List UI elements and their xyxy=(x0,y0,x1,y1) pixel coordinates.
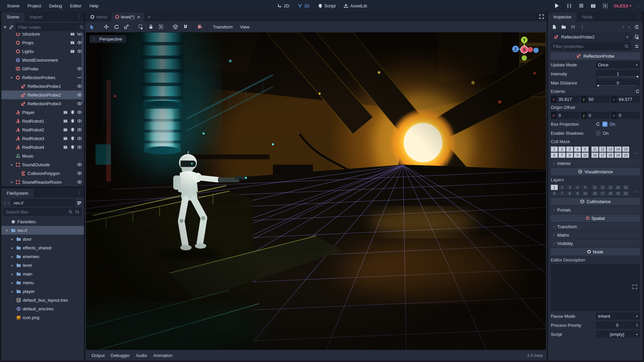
sort-icon[interactable] xyxy=(75,209,79,214)
max-distance-field[interactable]: 0 xyxy=(596,79,640,86)
eye-icon[interactable] xyxy=(77,84,82,88)
file-row[interactable]: icon.png xyxy=(1,313,84,322)
cull-mask-bit[interactable]: 18 xyxy=(607,153,614,158)
section-transform[interactable]: › Transform xyxy=(551,223,640,230)
enable-shadows-checkbox[interactable] xyxy=(596,131,601,136)
editor-description-field[interactable] xyxy=(551,264,640,311)
layer-bit[interactable]: 6 xyxy=(551,191,558,196)
select-mode-button[interactable] xyxy=(87,23,97,31)
file-row[interactable]: ▸ level xyxy=(1,261,84,269)
inspector-tools-button[interactable] xyxy=(633,43,640,50)
eye-icon[interactable] xyxy=(77,127,82,132)
layer-bit[interactable]: 14 xyxy=(614,185,622,190)
cull-mask-bit[interactable]: 17 xyxy=(599,153,606,158)
layers-more-button[interactable]: ... xyxy=(631,188,640,193)
tree-row[interactable]: WorldEnvironment xyxy=(1,56,84,64)
layer-bit[interactable]: 5 xyxy=(582,185,589,190)
dock-options-icon[interactable]: ⋮ xyxy=(636,14,641,19)
pause-mode-select[interactable]: Inherit ▾ xyxy=(596,312,640,320)
transform-menu[interactable]: Transform xyxy=(210,23,236,31)
menubar-item[interactable]: Editor xyxy=(66,2,85,10)
spinner-arrows-icon[interactable]: ▴▾ xyxy=(636,323,638,327)
category-node[interactable]: Node xyxy=(551,248,640,255)
axis-gizmo[interactable]: Y Z X xyxy=(509,35,540,65)
expand-chevron[interactable]: ▸ xyxy=(10,272,14,276)
bottom-panel-tab[interactable]: Animation xyxy=(150,351,175,360)
cull-mask-bit[interactable]: 1 xyxy=(551,146,558,152)
history-button[interactable] xyxy=(633,23,640,30)
menubar-item[interactable]: Debug xyxy=(45,2,65,10)
expand-chevron[interactable]: ▾ xyxy=(5,229,9,232)
eye-icon[interactable] xyxy=(77,101,82,106)
layer-bit[interactable]: 20 xyxy=(622,191,629,196)
resource-options-button[interactable]: ⋮ xyxy=(579,23,586,30)
dock-options-icon[interactable]: ⋮ xyxy=(77,14,82,19)
layer-bit[interactable]: 18 xyxy=(607,191,614,196)
expand-chevron[interactable]: ▸ xyxy=(10,255,14,258)
list-select-button[interactable] xyxy=(136,23,146,31)
cull-mask-bit[interactable]: 8 xyxy=(566,153,573,158)
bottom-panel-tab[interactable]: Debugger xyxy=(108,351,133,360)
file-row[interactable]: ▸ door xyxy=(1,235,84,243)
category-cullinstance[interactable]: CullInstance xyxy=(551,198,640,205)
menubar-item[interactable]: Project xyxy=(24,2,45,10)
local-space-button[interactable] xyxy=(171,23,180,31)
tree-row[interactable]: RedRobot2 xyxy=(1,125,84,134)
menubar-item[interactable]: Scene xyxy=(3,2,23,10)
history-back-icon[interactable]: ‹ xyxy=(3,200,6,205)
section-matrix[interactable]: › Matrix xyxy=(551,231,640,239)
layer-bit[interactable]: 4 xyxy=(574,185,581,190)
cull-mask-bit[interactable]: 12 xyxy=(599,146,606,152)
expand-chevron[interactable]: ▾ xyxy=(9,76,14,79)
view-3d-button[interactable]: 3D xyxy=(294,2,312,10)
dock-options-icon[interactable]: ⋮ xyxy=(77,190,82,195)
tree-row[interactable]: RedRobot3 xyxy=(1,134,84,143)
expand-chevron[interactable]: ▾ xyxy=(9,163,14,167)
eye-icon[interactable] xyxy=(77,110,82,115)
tree-row[interactable]: ReflectionProbe3 xyxy=(1,99,84,108)
expand-chevron[interactable]: ▸ xyxy=(10,246,14,250)
toggle-split-mode-button[interactable] xyxy=(77,199,82,206)
layer-bit[interactable]: 12 xyxy=(599,185,606,190)
close-icon[interactable]: × xyxy=(137,15,140,19)
tab-filesystem[interactable]: FileSystem xyxy=(1,189,34,198)
play-button[interactable] xyxy=(553,2,561,9)
file-row[interactable]: ▸ menu xyxy=(1,278,84,287)
cull-mask-bit[interactable]: 10 xyxy=(582,153,589,158)
expand-chevron[interactable]: ▾ xyxy=(9,180,14,184)
preview-camera-button[interactable] xyxy=(195,23,205,31)
category-visualinstance[interactable]: VisualInstance xyxy=(551,168,640,175)
origin-y-field[interactable]: y0 xyxy=(581,112,610,119)
filter-properties-input[interactable] xyxy=(553,44,622,49)
mask-more-button[interactable]: ... xyxy=(631,150,640,155)
tree-row[interactable]: CollisionPolygon xyxy=(1,169,84,178)
file-row[interactable]: default_env.tres xyxy=(1,304,84,313)
group-node-button[interactable] xyxy=(156,23,166,31)
file-row[interactable]: ▸ main xyxy=(1,269,84,278)
file-row[interactable]: ▸ effects_shared xyxy=(1,243,84,252)
renderer-select[interactable]: GLES3▾ xyxy=(614,3,631,8)
cull-mask-bit[interactable]: 11 xyxy=(591,146,598,152)
history-forward-icon[interactable]: › xyxy=(7,200,10,205)
new-resource-button[interactable] xyxy=(551,23,557,30)
layer-bit[interactable]: 13 xyxy=(607,185,614,190)
play-scene-button[interactable] xyxy=(590,2,597,9)
tab-import[interactable]: Import xyxy=(24,12,48,21)
layer-bit[interactable]: 17 xyxy=(599,191,606,196)
view-2d-button[interactable]: 2D xyxy=(274,2,292,10)
cull-mask-bit[interactable]: 4 xyxy=(574,146,581,152)
view-menu[interactable]: View xyxy=(237,23,253,31)
tab-node[interactable]: Node xyxy=(577,12,598,21)
layer-bit[interactable]: 1 xyxy=(551,185,558,190)
clapper-icon[interactable] xyxy=(63,110,68,115)
search-files-input[interactable] xyxy=(6,209,66,215)
section-visibility[interactable]: › Visibility xyxy=(551,240,640,247)
extents-z-field[interactable]: z64.577 xyxy=(611,96,640,103)
section-interior[interactable]: › Interior xyxy=(551,160,640,167)
history-back-icon[interactable]: ‹ xyxy=(622,24,625,30)
instance-scene-button[interactable] xyxy=(9,23,14,31)
update-mode-select[interactable]: Once ▾ xyxy=(596,61,640,68)
eye-icon[interactable] xyxy=(77,162,82,167)
file-row[interactable]: ▾ res:// xyxy=(1,226,84,235)
tree-row[interactable]: ▾ ReflectionProbes xyxy=(1,73,84,82)
